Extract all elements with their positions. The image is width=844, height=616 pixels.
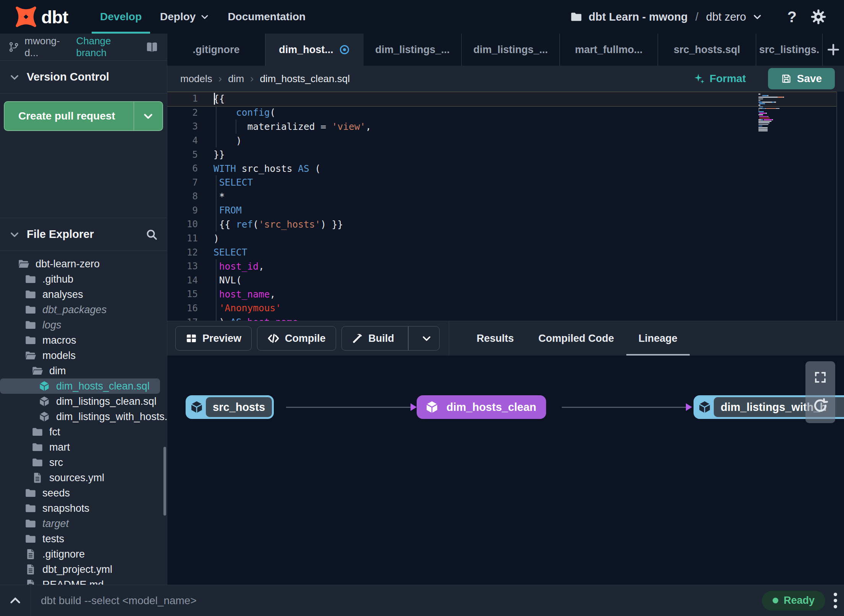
tab-label: src_hosts.sql	[674, 44, 740, 56]
build-dropdown-chevron[interactable]	[414, 327, 439, 350]
docs-book-icon[interactable]	[146, 40, 158, 53]
tree-item[interactable]: .gitignore	[0, 546, 167, 562]
lineage-node-src-hosts[interactable]: src_hosts	[186, 395, 274, 419]
tree-item[interactable]: src	[0, 455, 167, 470]
search-icon[interactable]	[146, 228, 158, 241]
code-line[interactable]: }}	[213, 147, 756, 162]
code-editor[interactable]: 123456789101112131415161718192021222324 …	[167, 92, 844, 321]
tree-item-label: README.md	[42, 579, 104, 585]
new-tab-button[interactable]	[823, 34, 844, 66]
tab-compiled-code[interactable]: Compiled Code	[526, 321, 626, 356]
create-pull-request-button[interactable]: Create pull request	[4, 101, 163, 131]
tree-item[interactable]: README.md	[0, 577, 167, 585]
tree-item-label: analyses	[42, 289, 83, 301]
unsaved-target-icon	[339, 44, 350, 55]
format-button[interactable]: Format	[694, 73, 746, 85]
expand-console-chevron[interactable]	[0, 594, 31, 608]
nav-develop[interactable]: Develop	[91, 0, 151, 34]
main-row: mwong-d... Change branch Version Control…	[0, 34, 844, 585]
lineage-graph[interactable]: src_hosts dim_hosts_clean dim_listings_w…	[167, 356, 844, 585]
file-explorer-header[interactable]: File Explorer	[0, 218, 167, 251]
editor-tab[interactable]: dim_listings_...	[364, 34, 462, 66]
code-line[interactable]: NVL(	[213, 273, 756, 288]
code-line[interactable]: SELECT	[213, 245, 756, 259]
tree-item[interactable]: macros	[0, 333, 167, 348]
help-icon[interactable]: ?	[787, 8, 797, 26]
command-input-hint[interactable]: dbt build --select <model_name>	[41, 595, 197, 607]
minimap[interactable]	[758, 94, 831, 132]
code-line[interactable]: )	[213, 231, 756, 246]
tree-item[interactable]: dim_listings_with_hosts...	[0, 409, 167, 424]
tree-item[interactable]: models	[0, 348, 167, 363]
code-line[interactable]: config(	[213, 106, 756, 120]
dbt-logo[interactable]: dbt	[15, 5, 68, 28]
tab-results[interactable]: Results	[464, 321, 526, 356]
line-number: 14	[167, 273, 198, 288]
nav-deploy[interactable]: Deploy	[151, 0, 218, 34]
tree-item[interactable]: snapshots	[0, 501, 167, 516]
compile-button[interactable]: Compile	[257, 326, 336, 351]
editor-tab[interactable]: .gitignore	[167, 34, 265, 66]
code-line[interactable]: materialized = 'view',	[213, 120, 756, 134]
tree-item[interactable]: sources.yml	[0, 470, 167, 485]
project-switcher[interactable]: dbt Learn - mwong / dbt zero	[570, 11, 762, 23]
folder-icon	[31, 442, 44, 452]
sidebar-scrollbar[interactable]	[163, 447, 166, 516]
code-line[interactable]: {{ ref('src_hosts') }}	[213, 217, 756, 231]
nav-right: dbt Learn - mwong / dbt zero ?	[570, 8, 826, 26]
pr-dropdown-chevron[interactable]	[134, 102, 162, 130]
version-control-header[interactable]: Version Control	[0, 61, 167, 94]
kebab-menu-icon[interactable]	[834, 593, 837, 608]
tree-item[interactable]: analyses	[0, 287, 167, 302]
nav-documentation[interactable]: Documentation	[218, 0, 315, 34]
tab-lineage[interactable]: Lineage	[626, 321, 690, 356]
folder-icon	[24, 519, 37, 529]
code-line[interactable]: FROM	[213, 204, 756, 218]
tree-item[interactable]: tests	[0, 531, 167, 546]
tree-item[interactable]: target	[0, 516, 167, 531]
editor-tab[interactable]: dim_host...	[265, 34, 364, 66]
editor-tab[interactable]: dim_listings_...	[462, 34, 560, 66]
tree-item[interactable]: dbt_project.yml	[0, 562, 167, 577]
tree-item[interactable]: dim	[0, 363, 167, 378]
code-line[interactable]: ) AS host_name,	[213, 315, 756, 321]
breadcrumb-dim[interactable]: dim	[228, 73, 244, 85]
code-line[interactable]: 'Anonymous'	[213, 301, 756, 315]
preview-button[interactable]: Preview	[175, 326, 252, 351]
code-line[interactable]: WITH src_hosts AS (	[213, 162, 756, 176]
tree-item[interactable]: .github	[0, 272, 167, 287]
tree-item[interactable]: dim_listings_clean.sql	[0, 394, 167, 409]
status-bar: dbt build --select <model_name> Ready	[0, 585, 844, 616]
code-line[interactable]: )	[213, 134, 756, 148]
line-number: 17	[167, 315, 198, 321]
tree-item[interactable]: fct	[0, 424, 167, 440]
model-cube-icon	[38, 380, 50, 392]
save-button[interactable]: Save	[768, 68, 835, 89]
tree-item[interactable]: seeds	[0, 485, 167, 501]
file-icon	[24, 579, 37, 585]
lineage-node-dim-hosts-clean[interactable]: dim_hosts_clean	[417, 395, 546, 419]
editor-tab[interactable]: mart_fullmo...	[560, 34, 658, 66]
code-line[interactable]: *	[213, 189, 756, 204]
tree-item[interactable]: dim_hosts_clean.sql	[0, 378, 160, 394]
tree-item[interactable]: dbt_packages	[0, 302, 167, 317]
breadcrumb-models[interactable]: models	[180, 73, 212, 85]
tree-item[interactable]: mart	[0, 440, 167, 455]
code-pane[interactable]: {{ config( materialized = 'view', )}}WIT…	[213, 92, 756, 321]
table-icon	[186, 333, 197, 344]
build-button[interactable]: Build	[341, 326, 440, 351]
fullscreen-icon[interactable]	[813, 370, 827, 384]
tree-item[interactable]: dbt-learn-zero	[0, 256, 167, 272]
tree-item[interactable]: logs	[0, 317, 167, 333]
code-line[interactable]: SELECT	[213, 175, 756, 189]
change-branch-link[interactable]: Change branch	[76, 35, 140, 59]
refresh-icon[interactable]	[812, 397, 829, 414]
content-column: .gitignoredim_host...dim_listings_...dim…	[167, 34, 844, 585]
code-line[interactable]: {{	[213, 92, 756, 106]
editor-tab[interactable]: src_hosts.sql	[658, 34, 756, 66]
settings-gear-icon[interactable]	[810, 9, 826, 25]
code-line[interactable]: host_name,	[213, 287, 756, 301]
tab-label: mart_fullmo...	[575, 44, 642, 56]
editor-tab[interactable]: src_listings.	[756, 34, 823, 66]
code-line[interactable]: host_id,	[213, 259, 756, 273]
